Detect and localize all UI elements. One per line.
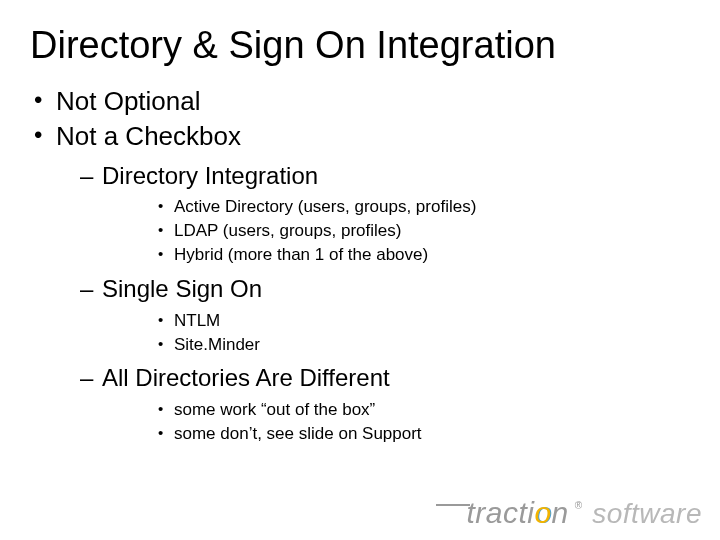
- l1-item: Not Optional: [30, 85, 690, 118]
- l3-item: Site.Minder: [102, 334, 690, 357]
- l2-item: Single Sign On NTLM Site.Minder: [56, 273, 690, 356]
- logo-brand-pre: tracti: [466, 496, 534, 529]
- l3-item: some don’t, see slide on Support: [102, 423, 690, 446]
- l2-heading: Directory Integration: [102, 162, 318, 189]
- l2-item: Directory Integration Active Directory (…: [56, 160, 690, 267]
- slide: Directory & Sign On Integration Not Opti…: [0, 0, 720, 540]
- logo-brand: traction: [466, 496, 568, 530]
- l3-item: some work “out of the box”: [102, 399, 690, 422]
- l3-item: NTLM: [102, 310, 690, 333]
- brand-logo: traction ® software: [466, 496, 702, 530]
- l3-item: Hybrid (more than 1 of the above): [102, 244, 690, 267]
- logo-brand-o: o: [534, 496, 551, 529]
- l2-heading: Single Sign On: [102, 275, 262, 302]
- logo-software: software: [592, 498, 702, 530]
- slide-title: Directory & Sign On Integration: [30, 24, 690, 67]
- bullet-list-level3: NTLM Site.Minder: [102, 310, 690, 357]
- logo-brand-post: n: [552, 496, 569, 529]
- bullet-list-level1: Not Optional Not a Checkbox Directory In…: [30, 85, 690, 446]
- bullet-list-level3: Active Directory (users, groups, profile…: [102, 196, 690, 267]
- l3-item: LDAP (users, groups, profiles): [102, 220, 690, 243]
- logo-underline: [436, 504, 470, 506]
- bullet-list-level3: some work “out of the box” some don’t, s…: [102, 399, 690, 446]
- l2-heading: All Directories Are Different: [102, 364, 390, 391]
- l3-item: Active Directory (users, groups, profile…: [102, 196, 690, 219]
- l1-item: Not a Checkbox Directory Integration Act…: [30, 120, 690, 446]
- l1-item-text: Not a Checkbox: [56, 121, 241, 151]
- l2-item: All Directories Are Different some work …: [56, 362, 690, 445]
- bullet-list-level2: Directory Integration Active Directory (…: [56, 160, 690, 446]
- logo-registered-mark: ®: [575, 500, 582, 511]
